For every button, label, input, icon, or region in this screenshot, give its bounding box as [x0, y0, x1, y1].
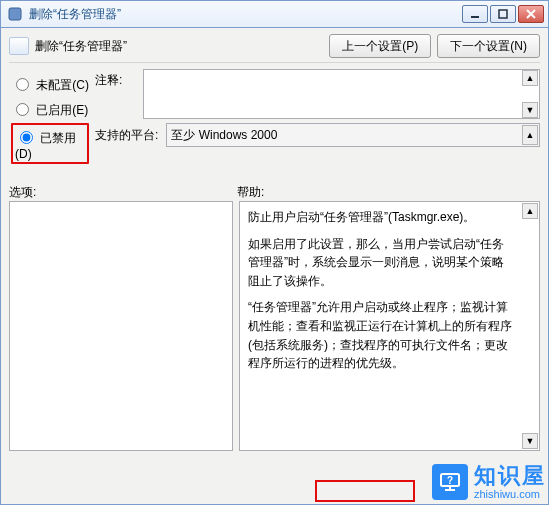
svg-rect-0 [9, 8, 21, 20]
highlight-disabled: 已禁用(D) [11, 123, 89, 164]
minimize-button[interactable] [462, 5, 488, 23]
policy-title: 删除“任务管理器” [35, 38, 127, 55]
help-panel: ▲ 防止用户启动“任务管理器”(Taskmgr.exe)。 如果启用了此设置，那… [239, 201, 540, 451]
titlebar: 删除“任务管理器” [0, 0, 549, 28]
radio-disabled-input[interactable] [20, 131, 33, 144]
svg-rect-5 [441, 474, 459, 486]
help-paragraph-3: “任务管理器”允许用户启动或终止程序；监视计算机性能；查看和监视正运行在计算机上… [248, 298, 513, 372]
svg-text:?: ? [447, 474, 453, 485]
radio-enabled-input[interactable] [16, 103, 29, 116]
help-label: 帮助: [237, 184, 264, 201]
watermark-icon: ? [432, 464, 468, 500]
help-paragraph-2: 如果启用了此设置，那么，当用户尝试启动“任务管理器”时，系统会显示一则消息，说明… [248, 235, 513, 291]
highlight-bottom-button [315, 480, 415, 502]
dialog-body: 删除“任务管理器” 上一个设置(P) 下一个设置(N) 未配置(C) 已启用(E… [0, 28, 549, 505]
platform-box: 至少 Windows 2000 ▲ [166, 123, 540, 147]
comment-input[interactable]: ▲ ▼ [143, 69, 540, 119]
watermark-brand: 知识屋 [474, 464, 546, 488]
help-scroll-down[interactable]: ▼ [522, 433, 538, 449]
header-row: 删除“任务管理器” 上一个设置(P) 下一个设置(N) [9, 34, 540, 58]
comment-row: 注释: ▲ ▼ [95, 69, 540, 119]
comment-label: 注释: [95, 69, 143, 89]
separator [9, 62, 540, 63]
platform-label: 支持的平台: [95, 127, 158, 144]
policy-icon [9, 37, 29, 55]
radio-enabled-label: 已启用(E) [36, 103, 88, 117]
comment-scroll-down[interactable]: ▼ [522, 102, 538, 118]
options-label: 选项: [9, 184, 237, 201]
svg-rect-2 [499, 10, 507, 18]
platform-text: 至少 Windows 2000 [171, 127, 277, 144]
radio-not-configured-label: 未配置(C) [36, 78, 89, 92]
watermark-url: zhishiwu.com [474, 488, 546, 500]
labels-row: 选项: 帮助: [9, 184, 540, 201]
lower-columns: ▲ 防止用户启动“任务管理器”(Taskmgr.exe)。 如果启用了此设置，那… [9, 201, 540, 451]
comment-scroll-up[interactable]: ▲ [522, 70, 538, 86]
watermark: ? 知识屋 zhishiwu.com [432, 464, 546, 500]
platform-row: 支持的平台: 至少 Windows 2000 ▲ [95, 123, 540, 147]
options-panel [9, 201, 233, 451]
next-setting-button[interactable]: 下一个设置(N) [437, 34, 540, 58]
radio-not-configured[interactable]: 未配置(C) [11, 73, 89, 94]
radio-disabled[interactable]: 已禁用(D) [15, 126, 85, 161]
close-button[interactable] [518, 5, 544, 23]
prev-setting-button[interactable]: 上一个设置(P) [329, 34, 431, 58]
help-scroll-up[interactable]: ▲ [522, 203, 538, 219]
radio-not-configured-input[interactable] [16, 78, 29, 91]
help-paragraph-1: 防止用户启动“任务管理器”(Taskmgr.exe)。 [248, 208, 513, 227]
app-icon [7, 6, 23, 22]
config-area: 未配置(C) 已启用(E) 已禁用(D) 注释: ▲ ▼ [9, 69, 540, 164]
radio-enabled[interactable]: 已启用(E) [11, 98, 89, 119]
window-title: 删除“任务管理器” [29, 6, 121, 23]
platform-scroll[interactable]: ▲ [522, 125, 538, 145]
maximize-button[interactable] [490, 5, 516, 23]
radio-group: 未配置(C) 已启用(E) 已禁用(D) [9, 69, 89, 164]
